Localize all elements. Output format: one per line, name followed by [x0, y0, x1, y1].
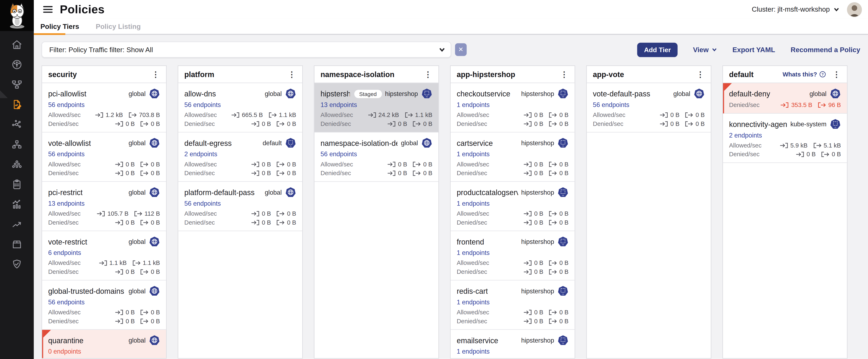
policy-card-emailservice[interactable]: emailservicehipstershopns1 endpointsAllo…	[451, 330, 575, 359]
sidebar-item-policies[interactable]	[0, 94, 34, 114]
allowed-ingress: 1.1 kB	[99, 259, 127, 266]
denied-values: 0 B0 B	[388, 170, 432, 176]
add-tier-button[interactable]: Add Tier	[637, 43, 677, 57]
sidebar-item-compliance-clipboard[interactable]	[0, 174, 34, 194]
policy-scope-label: global	[398, 140, 418, 146]
policy-title-row: productcatalogservicehipstershopns	[457, 187, 568, 198]
endpoints-link[interactable]: 1 endpoints	[457, 200, 490, 207]
policy-title-row: allow-dnsglobal	[184, 88, 296, 99]
policy-card-cartservice[interactable]: cartservicehipstershopns1 endpointsAllow…	[451, 133, 575, 182]
denied-egress: 0 B	[549, 268, 569, 275]
endpoints-link[interactable]: 0 endpoints	[48, 348, 81, 355]
endpoints-link[interactable]: 1 endpoints	[457, 151, 490, 158]
policy-card-vote-allowlist[interactable]: vote-allowlistglobal56 endpointsAllowed/…	[42, 133, 166, 182]
endpoints-link[interactable]: 1 endpoints	[457, 250, 490, 256]
endpoints-link[interactable]: 56 endpoints	[593, 101, 629, 108]
user-avatar[interactable]	[847, 2, 862, 17]
endpoints-link[interactable]: 6 endpoints	[48, 250, 81, 256]
view-button[interactable]: View	[693, 46, 717, 53]
egress-icon	[140, 318, 151, 324]
tier-column-platform: platform⋮allow-dnsglobal56 endpointsAllo…	[178, 65, 303, 359]
recommend-policy-button[interactable]: Recommend a Policy	[790, 46, 860, 53]
sidebar-item-dashboard-gauge[interactable]	[0, 54, 34, 74]
endpoints-link[interactable]: 1 endpoints	[457, 299, 490, 305]
endpoints-link[interactable]: 1 endpoints	[457, 101, 490, 108]
allowed-value: 0 B	[262, 161, 271, 167]
policy-card-checkoutservice[interactable]: checkoutservicehipstershopns1 endpointsA…	[451, 83, 575, 132]
policy-card-allow-dns[interactable]: allow-dnsglobal56 endpointsAllowed/sec66…	[178, 83, 302, 132]
endpoints-link[interactable]: 2 endpoints	[184, 151, 217, 158]
clear-filter-button[interactable]: ✕	[455, 43, 467, 56]
endpoints-link[interactable]: 56 endpoints	[184, 101, 221, 108]
avatar-photo	[847, 2, 861, 17]
sidebar-item-service-graph[interactable]	[0, 114, 34, 134]
whats-this-link[interactable]: Whats this??	[782, 71, 826, 78]
policy-card-default-egress[interactable]: default-egressdefaultns2 endpointsAllowe…	[178, 133, 302, 182]
denied-egress: 0 B	[140, 268, 160, 275]
policy-card-default-deny[interactable]: default-denyglobalDenied/sec353.5 B96 B	[723, 83, 847, 114]
tier-menu-kebab-icon[interactable]: ⋮	[831, 71, 842, 78]
endpoints-link[interactable]: 13 endpoints	[320, 101, 357, 108]
tier-menu-kebab-icon[interactable]: ⋮	[286, 71, 297, 78]
allowed-value: 5.1 kB	[824, 142, 841, 148]
denied-value: 0 B	[287, 120, 296, 127]
policy-card-frontend[interactable]: frontendhipstershopns1 endpointsAllowed/…	[451, 231, 575, 280]
policy-scope-label: default	[259, 140, 282, 146]
policy-scope-label: global	[125, 189, 146, 196]
endpoints-link[interactable]: 56 endpoints	[48, 101, 85, 108]
policy-card-vote-default-pass[interactable]: vote-default-passglobal56 endpointsAllow…	[587, 83, 711, 132]
policy-traffic-filter[interactable]: Filter: Policy Traffic filter: Show All	[41, 42, 451, 58]
sidebar-item-flow-visualizations[interactable]	[0, 134, 34, 154]
sidebar-item-endpoints-cluster[interactable]	[0, 154, 34, 174]
ingress-icon	[97, 211, 107, 217]
policy-card-productcatalogservice[interactable]: productcatalogservicehipstershopns1 endp…	[451, 182, 575, 231]
policy-card-platform-default-pass[interactable]: platform-default-passglobal56 endpointsA…	[178, 182, 302, 231]
sidebar-item-activity-stats[interactable]	[0, 194, 34, 214]
endpoints-link[interactable]: 56 endpoints	[184, 200, 221, 207]
ingress-icon	[388, 170, 398, 176]
svg-text:ns: ns	[426, 96, 428, 98]
sidebar-item-trends-arrow[interactable]	[0, 214, 34, 234]
denied-label: Denied/sec	[184, 219, 215, 226]
policy-scope-label: global	[261, 189, 282, 196]
endpoints-link[interactable]: 56 endpoints	[48, 151, 85, 158]
policy-scope-label: global	[125, 238, 146, 245]
tier-menu-kebab-icon[interactable]: ⋮	[150, 71, 161, 78]
denied-value: 0 B	[832, 151, 841, 158]
allowed-egress: 703.8 B	[128, 111, 160, 118]
cluster-selector[interactable]: Cluster: jlt-msft-workshop	[752, 6, 839, 13]
policy-card-global-trusted-domains[interactable]: global-trusted-domainsglobal56 endpoints…	[42, 280, 166, 330]
tab-policy-listing[interactable]: Policy Listing	[95, 19, 142, 34]
denied-row: Denied/sec0 B0 B	[48, 170, 160, 176]
sidebar-item-home[interactable]	[0, 34, 34, 54]
endpoints-link[interactable]: 2 endpoints	[729, 132, 762, 139]
endpoints-link[interactable]: 56 endpoints	[320, 151, 357, 158]
policy-title-row: frontendhipstershopns	[457, 236, 568, 247]
policy-card-konnectivity-agent[interactable]: konnectivity-agentkube-systemns2 endpoin…	[723, 114, 847, 163]
policy-card-pci-allowlist[interactable]: pci-allowlistglobal56 endpointsAllowed/s…	[42, 83, 166, 132]
policy-card-quarantine[interactable]: quarantineglobal0 endpoints	[42, 330, 166, 359]
policy-card-vote-restrict[interactable]: vote-restrictglobal6 endpointsAllowed/se…	[42, 231, 166, 280]
tier-menu-kebab-icon[interactable]: ⋮	[558, 71, 569, 78]
hamburger-menu-icon[interactable]	[43, 6, 53, 13]
egress-icon	[549, 170, 559, 176]
allowed-row: Allowed/sec0 B0 B	[184, 161, 296, 167]
endpoints-link[interactable]: 1 endpoints	[457, 348, 490, 355]
allowed-ingress: 0 B	[524, 111, 543, 118]
endpoints-link[interactable]: 13 endpoints	[48, 200, 85, 207]
calico-cat-logo[interactable]	[0, 0, 34, 31]
policy-card-redis-cart[interactable]: redis-carthipstershopns1 endpointsAllowe…	[451, 280, 575, 330]
sidebar-item-packages-box[interactable]	[0, 234, 34, 254]
policy-card-hipstershop-gh[interactable]: hipstershop-gh…Stagedhipstershopns13 end…	[314, 83, 439, 132]
tab-policy-tiers[interactable]: Policy Tiers	[39, 19, 80, 34]
tier-menu-kebab-icon[interactable]: ⋮	[695, 71, 706, 78]
policy-name: platform-default-pass	[184, 188, 254, 196]
policy-card-pci-restrict[interactable]: pci-restrictglobal13 endpointsAllowed/se…	[42, 182, 166, 231]
tab-bar: Policy TiersPolicy Listing	[34, 19, 868, 35]
tier-menu-kebab-icon[interactable]: ⋮	[423, 71, 433, 78]
compliance-clipboard-icon	[11, 178, 23, 190]
export-yaml-button[interactable]: Export YAML	[733, 46, 775, 53]
endpoints-link[interactable]: 56 endpoints	[48, 299, 85, 305]
policy-card-namespace-isolation-default-p[interactable]: namespace-isolation-default-p…global56 e…	[314, 133, 439, 182]
sidebar-item-threat-defense-shield[interactable]	[0, 254, 34, 274]
